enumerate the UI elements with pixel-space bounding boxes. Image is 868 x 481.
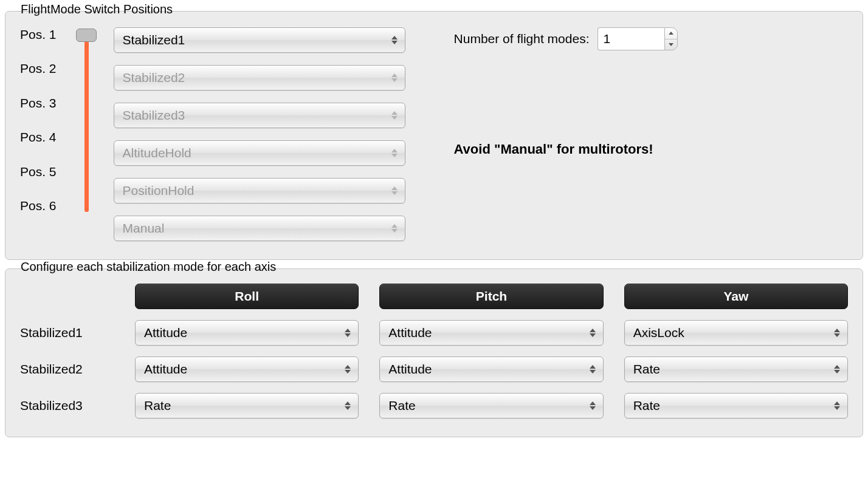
pos-label-4: Pos. 4 [20, 129, 57, 146]
stabilized1-yaw-select[interactable]: AxisLock [624, 320, 848, 346]
updown-icon [391, 33, 400, 47]
stabilized2-yaw-select[interactable]: Rate [624, 356, 848, 382]
updown-icon [345, 399, 353, 412]
pos5-mode-select: PositionHold [114, 178, 405, 203]
stabilized1-roll-select[interactable]: Attitude [135, 320, 359, 346]
pos1-mode-select[interactable]: Stabilized1 [114, 27, 405, 53]
stabilized2-roll-value: Attitude [144, 362, 187, 377]
stabilized1-yaw-value: AxisLock [633, 326, 684, 340]
pos4-mode-value: AltitudeHold [123, 146, 191, 160]
updown-icon [391, 184, 400, 197]
pos6-mode-value: Manual [123, 221, 165, 236]
pos-label-1: Pos. 1 [20, 26, 57, 43]
stabilized3-roll-value: Rate [144, 398, 171, 413]
updown-icon [834, 326, 842, 339]
pos-label-6: Pos. 6 [20, 197, 57, 214]
stabilized3-yaw-select[interactable]: Rate [624, 393, 848, 418]
row-label-stabilized2: Stabilized2 [20, 362, 114, 377]
axis-header-roll: Roll [135, 284, 359, 309]
pos4-mode-select: AltitudeHold [114, 140, 405, 166]
stabilized2-yaw-value: Rate [633, 362, 660, 377]
num-modes-label: Number of flight modes: [454, 32, 590, 46]
updown-icon [345, 326, 353, 339]
stabilized3-pitch-value: Rate [388, 398, 415, 413]
slider-thumb[interactable] [76, 29, 97, 42]
manual-warning: Avoid "Manual" for multirotors! [454, 142, 848, 157]
stabilized2-pitch-value: Attitude [388, 362, 432, 377]
pos6-mode-select: Manual [114, 216, 405, 241]
stabilized3-pitch-select[interactable]: Rate [379, 393, 603, 418]
chevron-down-icon [669, 43, 673, 46]
updown-icon [590, 399, 598, 412]
stabilized3-roll-select[interactable]: Rate [135, 393, 359, 418]
updown-icon [590, 326, 598, 339]
updown-icon [590, 363, 598, 376]
stabilized2-roll-select[interactable]: Attitude [135, 356, 359, 382]
slider-track [84, 36, 89, 212]
updown-icon [391, 71, 400, 84]
stabilized2-pitch-select[interactable]: Attitude [379, 356, 603, 382]
pos-label-3: Pos. 3 [20, 95, 57, 112]
position-labels: Pos. 1 Pos. 2 Pos. 3 Pos. 4 Pos. 5 Pos. … [20, 26, 57, 214]
updown-icon [391, 109, 400, 122]
spin-up-button[interactable] [665, 28, 677, 39]
pos1-mode-value: Stabilized1 [123, 33, 185, 47]
stabilized3-yaw-value: Rate [633, 398, 660, 413]
spin-down-button[interactable] [665, 39, 677, 50]
chevron-up-icon [669, 32, 673, 35]
pos-label-5: Pos. 5 [20, 163, 57, 180]
num-modes-input[interactable] [598, 27, 664, 50]
stabilization-title: Configure each stabilization mode for ea… [17, 260, 280, 274]
pos-label-2: Pos. 2 [20, 60, 57, 77]
stabilized1-pitch-value: Attitude [388, 326, 432, 340]
stabilized1-pitch-select[interactable]: Attitude [379, 320, 603, 346]
flightmode-title: FlightMode Switch Positions [17, 2, 176, 16]
updown-icon [391, 146, 400, 160]
pos3-mode-value: Stabilized3 [123, 108, 185, 123]
pos2-mode-select: Stabilized2 [114, 65, 405, 90]
axis-header-yaw: Yaw [624, 284, 848, 309]
updown-icon [345, 363, 353, 376]
updown-icon [834, 399, 842, 412]
updown-icon [391, 222, 400, 235]
pos5-mode-value: PositionHold [123, 183, 195, 198]
pos3-mode-select: Stabilized3 [114, 103, 405, 128]
row-label-stabilized3: Stabilized3 [20, 398, 114, 413]
pos2-mode-value: Stabilized2 [123, 70, 185, 85]
row-label-stabilized1: Stabilized1 [20, 326, 114, 340]
position-slider[interactable] [82, 30, 88, 212]
stabilization-groupbox: Configure each stabilization mode for ea… [5, 268, 863, 437]
updown-icon [834, 363, 842, 376]
num-modes-spinbox[interactable] [598, 27, 678, 50]
flightmode-groupbox: FlightMode Switch Positions Pos. 1 Pos. … [5, 11, 863, 260]
axis-header-pitch: Pitch [379, 284, 603, 309]
stabilized1-roll-value: Attitude [144, 326, 187, 340]
